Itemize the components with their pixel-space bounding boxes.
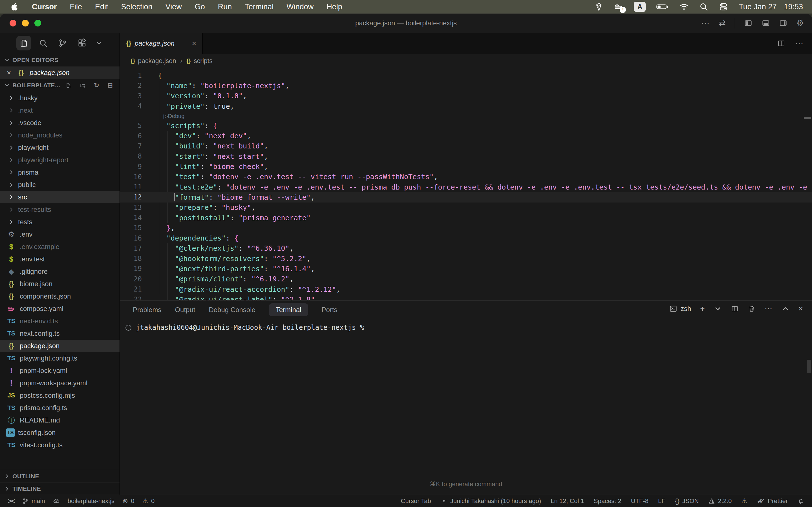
menubar-item-selection[interactable]: Selection: [115, 3, 159, 11]
menubar-item-go[interactable]: Go: [188, 3, 211, 11]
split-icon[interactable]: [731, 305, 739, 313]
overview-ruler-mark[interactable]: [804, 117, 811, 119]
more-icon[interactable]: ⋯: [701, 19, 710, 27]
shell-selector[interactable]: zsh: [669, 305, 691, 313]
status-json[interactable]: {}JSON: [675, 497, 699, 505]
chevron-up-icon[interactable]: [781, 305, 790, 313]
new-folder-icon[interactable]: [80, 82, 86, 89]
menubar-item-file[interactable]: File: [63, 3, 89, 11]
trash-icon[interactable]: [748, 305, 756, 313]
close-editor-icon[interactable]: ×: [7, 69, 11, 76]
tree-file-postcss-config-mjs[interactable]: JSpostcss.config.mjs: [0, 389, 119, 402]
tree-file-readme-md[interactable]: ⓘREADME.md: [0, 414, 119, 427]
tree-folder-public[interactable]: public: [0, 179, 119, 191]
panel-tab-output[interactable]: Output: [175, 306, 195, 314]
tree-folder-tests[interactable]: tests: [0, 216, 119, 228]
tree-file-tsconfig-json[interactable]: TStsconfig.json: [0, 427, 119, 439]
layout-bottom-icon[interactable]: [762, 19, 770, 27]
status-0[interactable]: ⚠0: [142, 497, 154, 505]
collapse-all-icon[interactable]: ⊟: [107, 82, 113, 89]
plus-icon[interactable]: +: [700, 305, 705, 313]
split-icon[interactable]: [777, 39, 785, 48]
menubar-item-cursor[interactable]: Cursor: [26, 3, 63, 11]
minimize-window-button[interactable]: [22, 20, 29, 26]
gear-icon[interactable]: ⚙: [797, 19, 804, 27]
tree-file-compose-yaml[interactable]: compose.yaml: [0, 302, 119, 315]
activity-extensions-button[interactable]: [75, 36, 89, 50]
menubar-item-run[interactable]: Run: [211, 3, 239, 11]
title-bar[interactable]: package.json — boilerplate-nextjs ⋯⇄⚙: [0, 13, 812, 33]
input-source-indicator[interactable]: A: [634, 2, 646, 12]
activity-files-button[interactable]: [16, 36, 31, 50]
menubar-item-help[interactable]: Help: [320, 3, 349, 11]
open-editors-header[interactable]: OPEN EDITORS: [0, 54, 119, 66]
tree-folder-husky[interactable]: .husky: [0, 92, 119, 104]
status-cursor-tab[interactable]: Cursor Tab: [401, 497, 431, 505]
more-icon[interactable]: ⋯: [765, 305, 772, 313]
tree-folder-prisma[interactable]: prisma: [0, 166, 119, 179]
tree-file-pnpm-workspace-yaml[interactable]: !pnpm-workspace.yaml: [0, 377, 119, 389]
close-window-button[interactable]: [10, 20, 16, 26]
explorer-section-header[interactable]: BOILERPLATE... ↻⊟: [0, 79, 119, 92]
breadcrumb-segment[interactable]: scripts: [194, 57, 212, 65]
gem-menu-icon[interactable]: [594, 2, 603, 11]
tree-folder-test-results[interactable]: test-results: [0, 203, 119, 216]
status-0[interactable]: ⊗0: [122, 497, 134, 505]
tree-folder-src[interactable]: src: [0, 191, 119, 203]
status-bell[interactable]: [797, 498, 804, 504]
panel-tab-debug-console[interactable]: Debug Console: [209, 306, 255, 314]
chevron-down-icon[interactable]: [714, 305, 722, 313]
control-center-icon[interactable]: [719, 2, 728, 11]
status-main[interactable]: main: [22, 497, 45, 505]
status-utf-8[interactable]: UTF-8: [631, 497, 649, 505]
more-icon[interactable]: ⋯: [795, 39, 804, 48]
tree-folder-node-modules[interactable]: node_modules: [0, 129, 119, 142]
tree-file-prisma-config-ts[interactable]: TSprisma.config.ts: [0, 402, 119, 414]
menu-bar-clock[interactable]: Tue Jan 2719:53: [739, 3, 803, 11]
panel-tab-terminal[interactable]: Terminal: [269, 303, 308, 316]
refresh-icon[interactable]: ↻: [94, 82, 99, 89]
menubar-item-view[interactable]: View: [159, 3, 188, 11]
status-remote[interactable]: ><: [8, 498, 14, 504]
new-file-icon[interactable]: [65, 82, 71, 89]
wifi-icon[interactable]: [679, 2, 689, 11]
swap-icon[interactable]: ⇄: [719, 19, 726, 27]
tree-folder-playwright-report[interactable]: playwright-report: [0, 154, 119, 166]
panel-tab-ports[interactable]: Ports: [322, 306, 338, 314]
status-spaces-2[interactable]: Spaces: 2: [594, 497, 621, 505]
tree-file-env[interactable]: ⚙.env: [0, 228, 119, 240]
layout-right-icon[interactable]: [779, 19, 788, 27]
terminal-scrollbar[interactable]: [807, 360, 811, 373]
code-editor[interactable]: 1{2 "name": "boilerplate-nextjs",3 "vers…: [120, 68, 812, 300]
tree-folder-next[interactable]: .next: [0, 104, 119, 117]
tree-folder-vscode[interactable]: .vscode: [0, 117, 119, 129]
tree-file-gitignore[interactable]: ◆.gitignore: [0, 265, 119, 278]
terminal-prompt-line[interactable]: jtakahashi0604@Junichis-MacBook-Air boil…: [120, 324, 812, 332]
tree-file-next-config-ts[interactable]: TSnext.config.ts: [0, 327, 119, 340]
close-tab-icon[interactable]: ×: [192, 40, 196, 47]
activity-chevron-down-button[interactable]: [94, 36, 104, 50]
docker-menu-icon[interactable]: !: [614, 2, 623, 11]
outline-section-header[interactable]: OUTLINE: [0, 470, 119, 482]
battery-icon[interactable]: [656, 1, 669, 13]
codelens-debug[interactable]: ▷Debug: [120, 111, 812, 121]
timeline-section-header[interactable]: TIMELINE: [0, 482, 119, 495]
panel-tab-problems[interactable]: Problems: [133, 306, 161, 314]
status-warning-outline[interactable]: ⚠: [741, 498, 748, 504]
tree-file-pnpm-lock-yaml[interactable]: !pnpm-lock.yaml: [0, 364, 119, 377]
tree-file-biome-json[interactable]: {}biome.json: [0, 278, 119, 290]
tree-file-vitest-config-ts[interactable]: TSvitest.config.ts: [0, 439, 119, 451]
status-junichi-takahashi-10-hours-ago[interactable]: Junichi Takahashi (10 hours ago): [441, 497, 541, 505]
apple-icon[interactable]: [10, 2, 19, 11]
tree-file-env-example[interactable]: $.env.example: [0, 240, 119, 253]
tree-file-package-json[interactable]: {}package.json: [0, 340, 119, 352]
tab-package-json[interactable]: {} package.json ×: [120, 33, 203, 54]
activity-search-button[interactable]: [36, 36, 50, 50]
status-lf[interactable]: LF: [658, 497, 665, 505]
zoom-window-button[interactable]: [35, 20, 41, 26]
layout-left-icon[interactable]: [744, 19, 753, 27]
status-2-2-0[interactable]: 2.2.0: [708, 497, 732, 505]
tree-file-env-test[interactable]: $.env.test: [0, 253, 119, 265]
menubar-item-window[interactable]: Window: [280, 3, 320, 11]
tree-file-next-env-d-ts[interactable]: TSnext-env.d.ts: [0, 315, 119, 327]
